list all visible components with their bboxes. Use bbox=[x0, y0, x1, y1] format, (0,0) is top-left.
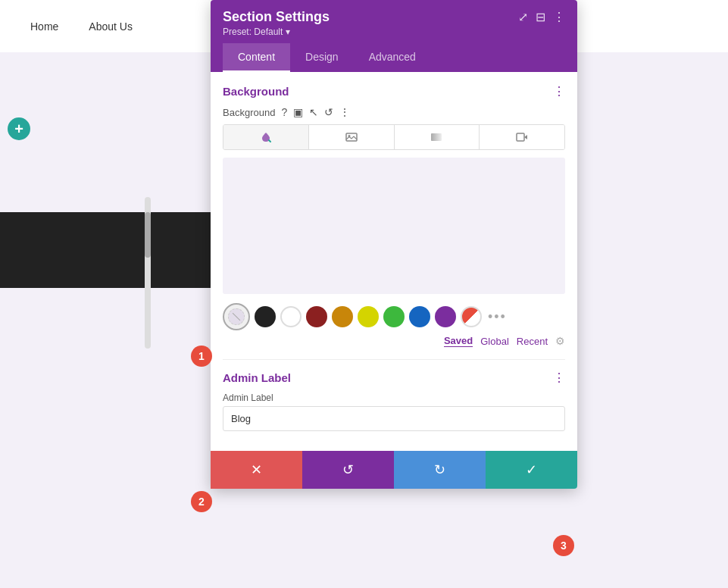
redo-button[interactable]: ↻ bbox=[394, 451, 486, 489]
black-section bbox=[0, 212, 211, 288]
more-swatches[interactable]: ••• bbox=[488, 309, 507, 325]
tab-bar: Content Design Advanced bbox=[211, 43, 577, 72]
background-label-row: Background ? ▣ ↖ ↺ ⋮ bbox=[223, 106, 565, 118]
expand-icon[interactable]: ⤢ bbox=[518, 10, 528, 24]
background-type-tabs bbox=[223, 124, 565, 150]
nav-about[interactable]: About Us bbox=[89, 20, 133, 33]
swatch-dark-red[interactable] bbox=[306, 306, 327, 327]
background-section: Background ⋮ Background ? ▣ ↖ ↺ ⋮ bbox=[223, 84, 565, 347]
scrollbar-track[interactable] bbox=[145, 197, 151, 349]
palette-tabs: Saved Global Recent ⚙ bbox=[223, 335, 565, 347]
admin-label-field-label: Admin Label bbox=[223, 393, 565, 403]
gradient-icon bbox=[430, 131, 442, 143]
admin-label-title: Admin Label bbox=[223, 371, 291, 384]
swatch-black[interactable] bbox=[255, 306, 276, 327]
svg-rect-0 bbox=[346, 133, 357, 141]
admin-label-input[interactable] bbox=[223, 406, 565, 431]
admin-label-section-header: Admin Label ⋮ bbox=[223, 371, 565, 385]
desktop-icon[interactable]: ▣ bbox=[293, 106, 303, 118]
bg-color-tab[interactable] bbox=[223, 125, 309, 149]
background-title: Background bbox=[223, 85, 289, 98]
scrollbar-thumb[interactable] bbox=[145, 212, 151, 258]
bg-gradient-tab[interactable] bbox=[395, 125, 480, 149]
options-icon[interactable]: ⋮ bbox=[339, 106, 350, 118]
svg-rect-3 bbox=[517, 133, 524, 141]
background-section-header: Background ⋮ bbox=[223, 84, 565, 99]
reset-button[interactable]: ↺ bbox=[302, 451, 394, 489]
cancel-button[interactable]: ✕ bbox=[211, 451, 302, 489]
preset-selector[interactable]: Preset: Default ▾ bbox=[223, 27, 565, 37]
cursor-icon[interactable]: ↖ bbox=[309, 106, 318, 118]
panel-header: Section Settings ⤢ ⊟ ⋮ Preset: Default ▾ bbox=[211, 0, 577, 43]
swatch-blue[interactable] bbox=[409, 306, 430, 327]
undo-icon[interactable]: ↺ bbox=[324, 106, 333, 118]
swatch-white[interactable] bbox=[280, 306, 302, 327]
palette-saved[interactable]: Saved bbox=[444, 335, 473, 347]
admin-label-more-icon[interactable]: ⋮ bbox=[553, 371, 565, 385]
admin-label-section: Admin Label ⋮ Admin Label bbox=[223, 371, 565, 431]
background-more-icon[interactable]: ⋮ bbox=[553, 84, 565, 99]
section-divider bbox=[223, 359, 565, 360]
color-swatches-container: ••• bbox=[223, 303, 565, 330]
background-label: Background bbox=[223, 107, 275, 118]
section-settings-panel: Section Settings ⤢ ⊟ ⋮ Preset: Default ▾… bbox=[211, 0, 577, 489]
svg-rect-2 bbox=[431, 133, 442, 141]
swatch-orange[interactable] bbox=[332, 306, 353, 327]
palette-global[interactable]: Global bbox=[480, 336, 509, 347]
tab-design[interactable]: Design bbox=[290, 43, 354, 72]
bg-video-tab[interactable] bbox=[480, 125, 564, 149]
help-icon[interactable]: ? bbox=[281, 106, 287, 118]
palette-settings-icon[interactable]: ⚙ bbox=[555, 335, 565, 347]
panel-header-icons: ⤢ ⊟ ⋮ bbox=[518, 10, 565, 24]
add-section-button[interactable]: + bbox=[8, 117, 30, 140]
panel-body: Background ⋮ Background ? ▣ ↖ ↺ ⋮ bbox=[211, 72, 577, 451]
selected-swatch-wrapper[interactable] bbox=[223, 303, 250, 330]
swatch-purple[interactable] bbox=[435, 306, 456, 327]
image-icon bbox=[345, 131, 358, 143]
swatch-green[interactable] bbox=[383, 306, 405, 327]
action-bar: ✕ ↺ ↻ ✓ bbox=[211, 451, 577, 489]
tab-content[interactable]: Content bbox=[223, 43, 290, 72]
palette-recent[interactable]: Recent bbox=[517, 336, 548, 347]
tab-advanced[interactable]: Advanced bbox=[354, 43, 431, 72]
color-preview-area[interactable] bbox=[223, 158, 565, 294]
more-icon[interactable]: ⋮ bbox=[553, 10, 565, 24]
columns-icon[interactable]: ⊟ bbox=[536, 10, 545, 24]
nav-home[interactable]: Home bbox=[30, 20, 58, 33]
swatch-custom[interactable] bbox=[461, 306, 482, 327]
swatch-yellow[interactable] bbox=[358, 306, 379, 327]
save-button[interactable]: ✓ bbox=[486, 451, 577, 489]
panel-title: Section Settings bbox=[223, 9, 330, 25]
bg-image-tab[interactable] bbox=[309, 125, 395, 149]
color-fill-icon bbox=[260, 131, 272, 143]
video-icon bbox=[516, 131, 528, 143]
